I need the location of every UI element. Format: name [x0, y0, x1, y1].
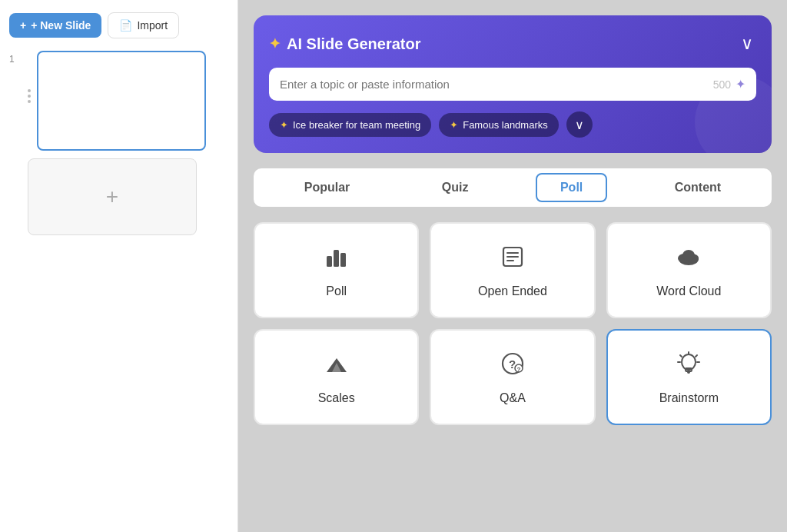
chip-sparkle-icon: ✦ — [280, 119, 288, 131]
plus-icon: + — [20, 19, 26, 32]
ai-input-wrapper: 500 ✦ — [269, 68, 756, 101]
import-label: Import — [137, 19, 168, 32]
ai-collapse-button[interactable]: ∨ — [738, 31, 756, 57]
char-limit-value: 500 — [713, 78, 731, 91]
drag-dot — [28, 95, 31, 98]
svg-rect-2 — [340, 253, 346, 267]
svg-line-21 — [680, 355, 682, 357]
chip-sparkle-icon: ✦ — [450, 119, 458, 131]
slide-type-brainstorm[interactable]: Brainstorm — [606, 329, 772, 425]
tabs-row: Popular Quiz Poll Content — [254, 168, 772, 207]
svg-rect-0 — [327, 256, 332, 267]
svg-rect-1 — [334, 250, 339, 267]
slide-type-open-ended[interactable]: Open Ended — [430, 222, 595, 318]
new-slide-button[interactable]: + + New Slide — [9, 13, 101, 38]
drag-dot — [28, 89, 31, 92]
char-counter: 500 ✦ — [713, 77, 745, 91]
brainstorm-label: Brainstorm — [659, 391, 719, 405]
tab-popular[interactable]: Popular — [280, 173, 375, 202]
qna-label: Q&A — [500, 391, 526, 405]
sidebar: + + New Slide 📄 Import 1 + — [0, 0, 238, 532]
import-button[interactable]: 📄 Import — [108, 12, 179, 38]
tab-poll[interactable]: Poll — [536, 173, 607, 202]
new-slide-label: + New Slide — [31, 19, 91, 32]
slide-type-scales[interactable]: Scales — [254, 329, 419, 425]
slide-type-qna[interactable]: ? ? Q&A — [430, 329, 595, 425]
svg-point-24 — [687, 371, 690, 374]
chevron-down-icon: ∨ — [575, 118, 584, 132]
word-cloud-label: Word Cloud — [656, 284, 721, 298]
ai-generator-header: ✦ AI Slide Generator ∨ — [269, 31, 756, 57]
ai-generator-title-text: AI Slide Generator — [287, 35, 421, 53]
ai-topic-input[interactable] — [280, 78, 713, 91]
poll-icon — [322, 242, 351, 275]
scales-icon — [322, 349, 351, 382]
suggestions-more-button[interactable]: ∨ — [566, 111, 593, 138]
suggestion-chip-1[interactable]: ✦ Famous landmarks — [439, 113, 559, 137]
ai-suggestions: ✦ Ice breaker for team meeting ✦ Famous … — [269, 111, 756, 138]
chevron-down-icon: ∨ — [741, 34, 753, 53]
scales-label: Scales — [318, 391, 355, 405]
sparkle-icon: ✦ — [269, 35, 281, 52]
suggestion-label-0: Ice breaker for team meeting — [293, 119, 420, 131]
slide-number-1: 1 — [9, 51, 22, 65]
import-icon: 📄 — [119, 19, 132, 32]
open-ended-icon — [498, 242, 527, 275]
svg-line-20 — [696, 355, 697, 357]
qna-icon: ? ? — [498, 349, 527, 382]
open-ended-label: Open Ended — [478, 284, 547, 298]
add-slide-button[interactable]: + — [28, 158, 197, 235]
svg-text:?: ? — [516, 366, 520, 373]
svg-point-10 — [682, 250, 695, 261]
poll-label: Poll — [326, 284, 347, 298]
slide-types-grid: Poll Open Ended — [254, 222, 772, 425]
brainstorm-icon — [674, 349, 703, 382]
tab-quiz[interactable]: Quiz — [417, 173, 493, 202]
ai-generator-title: ✦ AI Slide Generator — [269, 35, 421, 53]
svg-point-17 — [682, 354, 696, 370]
sparkle-small-icon: ✦ — [736, 77, 745, 91]
add-icon: + — [106, 185, 118, 209]
word-cloud-icon — [674, 242, 703, 275]
drag-dot — [28, 100, 31, 103]
ai-generator-panel: ✦ AI Slide Generator ∨ 500 ✦ ✦ Ice break… — [254, 15, 772, 153]
slide-type-poll[interactable]: Poll — [254, 222, 419, 318]
slide-thumbnail-1[interactable] — [37, 51, 206, 151]
toolbar: + + New Slide 📄 Import — [9, 9, 228, 42]
slide-list: 1 + — [9, 51, 228, 235]
slide-type-word-cloud[interactable]: Word Cloud — [606, 222, 772, 318]
slide-drag-handle — [28, 51, 31, 103]
slide-item-1: 1 — [9, 51, 228, 151]
suggestion-chip-0[interactable]: ✦ Ice breaker for team meeting — [269, 113, 431, 137]
suggestion-label-1: Famous landmarks — [463, 119, 548, 131]
main-content: ✦ AI Slide Generator ∨ 500 ✦ ✦ Ice break… — [238, 0, 787, 532]
tab-content[interactable]: Content — [650, 173, 745, 202]
